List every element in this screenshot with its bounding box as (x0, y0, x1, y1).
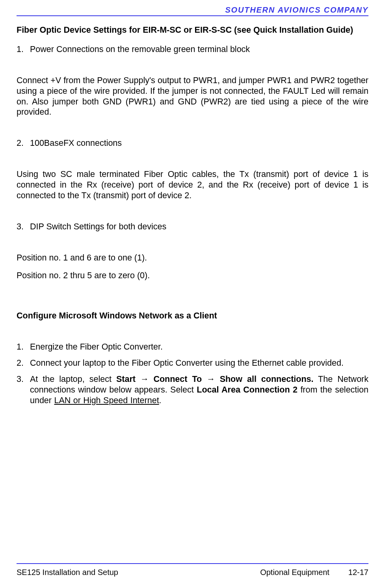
item-number: 1. (17, 44, 30, 55)
item-number: 2. (17, 358, 30, 368)
footer-section: Optional Equipment (260, 568, 329, 577)
item-text: 100BaseFX connections (30, 138, 368, 149)
paragraph: Using two SC male terminated Fiber Optic… (17, 169, 368, 201)
list-item: 2. 100BaseFX connections (17, 138, 368, 149)
item-text: Power Connections on the removable green… (30, 44, 368, 55)
arrow-icon: → (140, 374, 149, 384)
page-header: SOUTHERN AVIONICS COMPANY (17, 0, 368, 16)
list-item: 1. Power Connections on the removable gr… (17, 44, 368, 55)
list-item: 1. Energize the Fiber Optic Converter. (17, 342, 368, 352)
section2-heading: Configure Microsoft Windows Network as a… (17, 311, 368, 321)
bold-text: Local Area Connection 2 (197, 385, 298, 394)
list-item: 3. DIP Switch Settings for both devices (17, 221, 368, 232)
item-number: 1. (17, 342, 30, 352)
bold-text: Start (116, 374, 140, 384)
paragraph: Position no. 2 thru 5 are to zero (0). (17, 270, 368, 281)
item-number: 3. (17, 374, 30, 406)
item-text: Connect your laptop to the Fiber Optic C… (30, 358, 368, 368)
paragraph: Position no. 1 and 6 are to one (1). (17, 253, 368, 263)
list-item: 3. At the laptop, select Start → Connect… (17, 374, 368, 406)
item-text: At the laptop, select Start → Connect To… (30, 374, 368, 406)
paragraph: Connect +V from the Power Supply's outpu… (17, 75, 368, 118)
list-item: 2. Connect your laptop to the Fiber Opti… (17, 358, 368, 368)
text-run: At the laptop, select (30, 374, 116, 384)
footer-page-number: 12-17 (348, 568, 368, 577)
bold-text: Show all connections. (215, 374, 314, 384)
item-text: Energize the Fiber Optic Converter. (30, 342, 368, 352)
text-run: . (159, 396, 162, 405)
footer-left: SE125 Installation and Setup (17, 568, 118, 577)
arrow-icon: → (206, 374, 215, 384)
section1-heading: Fiber Optic Device Settings for EIR-M-SC… (17, 25, 368, 35)
company-name: SOUTHERN AVIONICS COMPANY (225, 6, 368, 14)
page-content: Fiber Optic Device Settings for EIR-M-SC… (17, 16, 368, 406)
item-number: 3. (17, 221, 30, 232)
page-footer: SE125 Installation and Setup Optional Eq… (17, 563, 368, 577)
item-text: DIP Switch Settings for both devices (30, 221, 368, 232)
bold-text: Connect To (149, 374, 206, 384)
item-number: 2. (17, 138, 30, 149)
underline-text: LAN or High Speed Internet (54, 396, 159, 405)
